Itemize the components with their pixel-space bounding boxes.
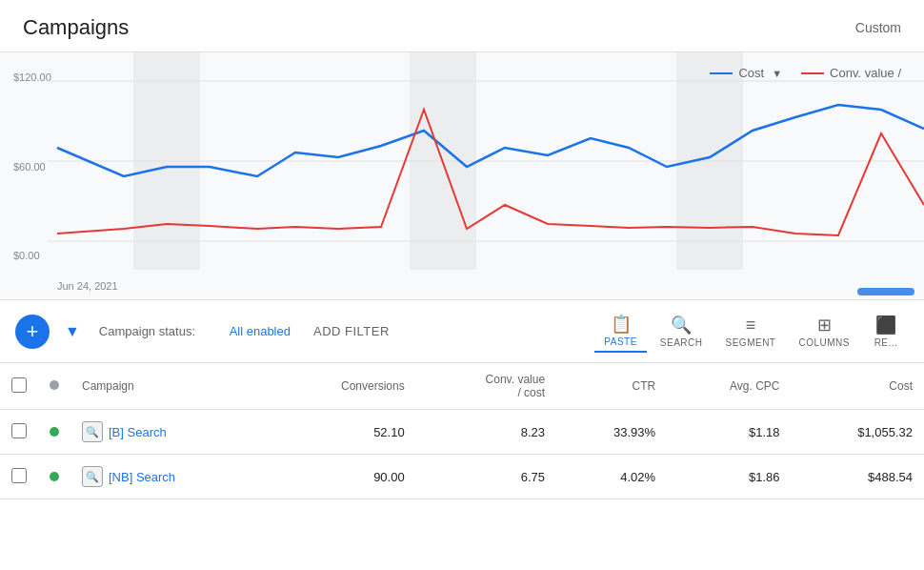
search-button[interactable]: 🔍 SEARCH: [651, 311, 713, 352]
campaign-type-icon: 🔍: [82, 421, 103, 442]
table-row: 🔍 [NB] Search 90.00 6.75 4.02% $1.86 $48…: [0, 455, 924, 499]
header-checkbox-col: [0, 363, 38, 410]
segment-label: SEGMENT: [726, 337, 776, 348]
row-conv-value-cost: 8.23: [416, 410, 556, 455]
report-button[interactable]: ⬛ RE...: [863, 311, 909, 352]
header-ctr: CTR: [556, 363, 667, 410]
cost-line-icon: [710, 72, 733, 74]
row-checkbox-cell: [0, 410, 38, 455]
columns-label: COLUMNS: [798, 337, 850, 348]
row-ctr: 33.93%: [556, 410, 667, 455]
select-all-checkbox[interactable]: [11, 377, 27, 393]
row-conversions: 52.10: [269, 410, 416, 455]
header-conv-value-cost: Conv. value/ cost: [416, 363, 556, 410]
header-avg-cpc: Avg. CPC: [667, 363, 791, 410]
conv-value-legend-label: Conv. value /: [830, 66, 901, 80]
header-status-dot: [50, 380, 59, 390]
table-row: 🔍 [B] Search 52.10 8.23 33.93% $1.18 $1,…: [0, 410, 924, 455]
chart-date-label: Jun 24, 2021: [57, 280, 118, 292]
row-campaign-cell: 🔍 [NB] Search: [70, 455, 269, 499]
add-button[interactable]: +: [15, 315, 50, 349]
row-cost: $1,055.32: [791, 410, 924, 455]
row-checkbox[interactable]: [11, 423, 27, 438]
campaign-name-label[interactable]: [NB] Search: [109, 470, 175, 484]
report-label: RE...: [874, 337, 898, 348]
toolbar-actions: 📋 PASTE 🔍 SEARCH ≡ SEGMENT ⊞ COLUMNS ⬛ R…: [594, 310, 909, 353]
row-campaign-cell: 🔍 [B] Search: [70, 410, 269, 455]
row-status-cell: [38, 455, 70, 499]
row-conv-value-cost: 6.75: [416, 455, 556, 499]
filter-prefix-label: Campaign status:: [99, 324, 195, 338]
campaigns-table: Campaign Conversions Conv. value/ cost C…: [0, 363, 924, 499]
segment-icon: ≡: [746, 316, 756, 336]
header-cost: Cost: [791, 363, 924, 410]
row-status-dot: [50, 427, 59, 437]
paste-button[interactable]: 📋 PASTE: [594, 310, 647, 353]
row-avg-cpc: $1.86: [667, 455, 791, 499]
cost-legend-label: Cost: [738, 66, 764, 80]
row-checkbox[interactable]: [11, 468, 27, 483]
add-filter-button[interactable]: ADD FILTER: [313, 324, 390, 338]
row-conversions: 90.00: [269, 455, 416, 499]
row-status-cell: [38, 410, 70, 455]
segment-button[interactable]: ≡ SEGMENT: [716, 312, 786, 352]
chart-legend: Cost ▼ Conv. value /: [710, 66, 901, 80]
header-campaign: Campaign: [70, 363, 269, 410]
filter-value-label[interactable]: All enabled: [230, 324, 291, 338]
campaign-name-label[interactable]: [B] Search: [109, 425, 167, 439]
row-avg-cpc: $1.18: [667, 410, 791, 455]
page-header: Campaigns Custom: [0, 0, 924, 52]
chart-scrollbar[interactable]: [857, 288, 914, 295]
table-wrapper: Campaign Conversions Conv. value/ cost C…: [0, 363, 924, 499]
chart-svg: [0, 52, 924, 270]
row-checkbox-cell: [0, 455, 38, 499]
toolbar: + ▼ Campaign status: All enabled ADD FIL…: [0, 300, 924, 363]
filter-icon: ▼: [65, 323, 80, 340]
report-icon: ⬛: [875, 315, 896, 336]
page-title: Campaigns: [23, 15, 129, 40]
cost-dropdown-icon[interactable]: ▼: [772, 68, 782, 79]
conv-value-line-icon: [801, 72, 824, 74]
row-ctr: 4.02%: [556, 455, 667, 499]
columns-icon: ⊞: [817, 315, 832, 336]
custom-label[interactable]: Custom: [855, 20, 901, 35]
header-conversions: Conversions: [269, 363, 416, 410]
header-status-col: [38, 363, 70, 410]
legend-conv-value: Conv. value /: [801, 66, 901, 80]
row-cost: $488.54: [791, 455, 924, 499]
campaign-type-icon: 🔍: [82, 466, 103, 487]
row-status-dot: [50, 472, 59, 481]
table-body: 🔍 [B] Search 52.10 8.23 33.93% $1.18 $1,…: [0, 410, 924, 499]
search-label: SEARCH: [660, 337, 703, 348]
legend-cost: Cost ▼: [710, 66, 782, 80]
paste-icon: 📋: [611, 314, 632, 335]
chart-area: Cost ▼ Conv. value / $120.00 $60.00 $0.0…: [0, 52, 924, 300]
columns-button[interactable]: ⊞ COLUMNS: [789, 311, 859, 352]
search-icon: 🔍: [671, 315, 692, 336]
table-header: Campaign Conversions Conv. value/ cost C…: [0, 363, 924, 410]
paste-label: PASTE: [604, 336, 637, 347]
